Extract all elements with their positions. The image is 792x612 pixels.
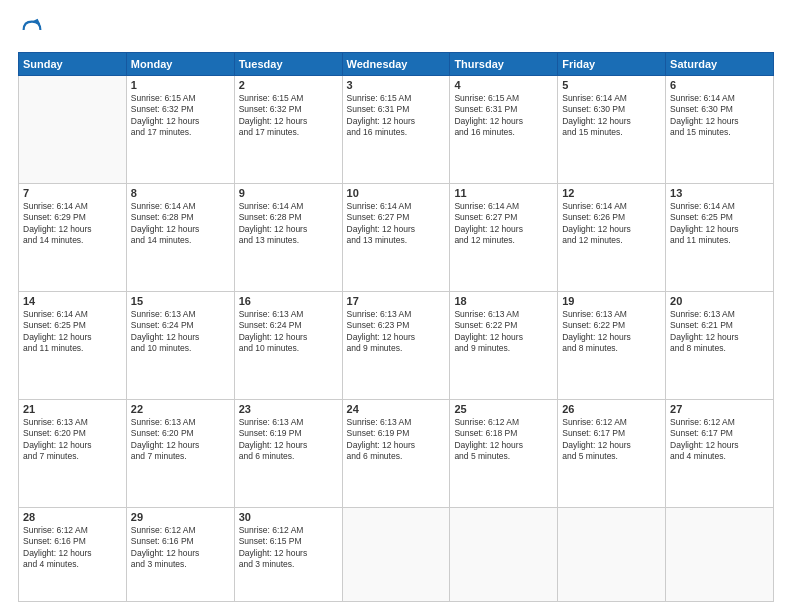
calendar-cell: 24Sunrise: 6:13 AM Sunset: 6:19 PM Dayli…: [342, 399, 450, 507]
calendar-cell: 11Sunrise: 6:14 AM Sunset: 6:27 PM Dayli…: [450, 183, 558, 291]
day-number: 27: [670, 403, 769, 415]
weekday-header-sunday: Sunday: [19, 53, 127, 76]
day-number: 23: [239, 403, 338, 415]
day-number: 16: [239, 295, 338, 307]
day-info: Sunrise: 6:14 AM Sunset: 6:30 PM Dayligh…: [670, 93, 769, 139]
calendar-cell: 21Sunrise: 6:13 AM Sunset: 6:20 PM Dayli…: [19, 399, 127, 507]
day-info: Sunrise: 6:13 AM Sunset: 6:22 PM Dayligh…: [454, 309, 553, 355]
calendar-cell: 22Sunrise: 6:13 AM Sunset: 6:20 PM Dayli…: [126, 399, 234, 507]
day-number: 9: [239, 187, 338, 199]
day-info: Sunrise: 6:14 AM Sunset: 6:25 PM Dayligh…: [670, 201, 769, 247]
day-info: Sunrise: 6:14 AM Sunset: 6:30 PM Dayligh…: [562, 93, 661, 139]
calendar-cell: 15Sunrise: 6:13 AM Sunset: 6:24 PM Dayli…: [126, 291, 234, 399]
weekday-header-tuesday: Tuesday: [234, 53, 342, 76]
calendar-cell: 23Sunrise: 6:13 AM Sunset: 6:19 PM Dayli…: [234, 399, 342, 507]
day-info: Sunrise: 6:15 AM Sunset: 6:31 PM Dayligh…: [347, 93, 446, 139]
calendar-cell: 27Sunrise: 6:12 AM Sunset: 6:17 PM Dayli…: [666, 399, 774, 507]
day-info: Sunrise: 6:14 AM Sunset: 6:28 PM Dayligh…: [131, 201, 230, 247]
day-number: 28: [23, 511, 122, 523]
day-number: 20: [670, 295, 769, 307]
day-number: 3: [347, 79, 446, 91]
calendar-cell: 7Sunrise: 6:14 AM Sunset: 6:29 PM Daylig…: [19, 183, 127, 291]
calendar-table: SundayMondayTuesdayWednesdayThursdayFrid…: [18, 52, 774, 602]
day-info: Sunrise: 6:14 AM Sunset: 6:27 PM Dayligh…: [347, 201, 446, 247]
day-number: 2: [239, 79, 338, 91]
calendar-cell: [450, 507, 558, 601]
calendar-cell: [342, 507, 450, 601]
day-number: 18: [454, 295, 553, 307]
day-info: Sunrise: 6:13 AM Sunset: 6:23 PM Dayligh…: [347, 309, 446, 355]
weekday-header-wednesday: Wednesday: [342, 53, 450, 76]
calendar-cell: 1Sunrise: 6:15 AM Sunset: 6:32 PM Daylig…: [126, 76, 234, 184]
day-number: 30: [239, 511, 338, 523]
day-number: 1: [131, 79, 230, 91]
day-info: Sunrise: 6:12 AM Sunset: 6:17 PM Dayligh…: [562, 417, 661, 463]
calendar-cell: 29Sunrise: 6:12 AM Sunset: 6:16 PM Dayli…: [126, 507, 234, 601]
day-number: 7: [23, 187, 122, 199]
calendar-cell: 2Sunrise: 6:15 AM Sunset: 6:32 PM Daylig…: [234, 76, 342, 184]
weekday-header-friday: Friday: [558, 53, 666, 76]
calendar-cell: 13Sunrise: 6:14 AM Sunset: 6:25 PM Dayli…: [666, 183, 774, 291]
day-info: Sunrise: 6:15 AM Sunset: 6:31 PM Dayligh…: [454, 93, 553, 139]
calendar-cell: 18Sunrise: 6:13 AM Sunset: 6:22 PM Dayli…: [450, 291, 558, 399]
day-number: 14: [23, 295, 122, 307]
day-info: Sunrise: 6:14 AM Sunset: 6:28 PM Dayligh…: [239, 201, 338, 247]
calendar-cell: 19Sunrise: 6:13 AM Sunset: 6:22 PM Dayli…: [558, 291, 666, 399]
calendar-cell: 26Sunrise: 6:12 AM Sunset: 6:17 PM Dayli…: [558, 399, 666, 507]
day-info: Sunrise: 6:14 AM Sunset: 6:29 PM Dayligh…: [23, 201, 122, 247]
calendar-cell: 8Sunrise: 6:14 AM Sunset: 6:28 PM Daylig…: [126, 183, 234, 291]
day-number: 10: [347, 187, 446, 199]
day-number: 25: [454, 403, 553, 415]
day-info: Sunrise: 6:13 AM Sunset: 6:19 PM Dayligh…: [347, 417, 446, 463]
day-number: 19: [562, 295, 661, 307]
day-info: Sunrise: 6:13 AM Sunset: 6:19 PM Dayligh…: [239, 417, 338, 463]
day-info: Sunrise: 6:14 AM Sunset: 6:26 PM Dayligh…: [562, 201, 661, 247]
calendar-cell: 12Sunrise: 6:14 AM Sunset: 6:26 PM Dayli…: [558, 183, 666, 291]
day-number: 29: [131, 511, 230, 523]
calendar-cell: 14Sunrise: 6:14 AM Sunset: 6:25 PM Dayli…: [19, 291, 127, 399]
logo: [18, 16, 50, 44]
day-info: Sunrise: 6:13 AM Sunset: 6:22 PM Dayligh…: [562, 309, 661, 355]
calendar-cell: 10Sunrise: 6:14 AM Sunset: 6:27 PM Dayli…: [342, 183, 450, 291]
day-info: Sunrise: 6:12 AM Sunset: 6:16 PM Dayligh…: [131, 525, 230, 571]
day-info: Sunrise: 6:13 AM Sunset: 6:24 PM Dayligh…: [131, 309, 230, 355]
calendar-cell: [19, 76, 127, 184]
day-number: 24: [347, 403, 446, 415]
calendar-cell: 4Sunrise: 6:15 AM Sunset: 6:31 PM Daylig…: [450, 76, 558, 184]
day-number: 4: [454, 79, 553, 91]
day-info: Sunrise: 6:13 AM Sunset: 6:20 PM Dayligh…: [23, 417, 122, 463]
day-info: Sunrise: 6:13 AM Sunset: 6:20 PM Dayligh…: [131, 417, 230, 463]
logo-icon: [18, 16, 46, 44]
day-number: 17: [347, 295, 446, 307]
calendar-cell: 30Sunrise: 6:12 AM Sunset: 6:15 PM Dayli…: [234, 507, 342, 601]
day-info: Sunrise: 6:15 AM Sunset: 6:32 PM Dayligh…: [131, 93, 230, 139]
day-info: Sunrise: 6:12 AM Sunset: 6:16 PM Dayligh…: [23, 525, 122, 571]
calendar-cell: 6Sunrise: 6:14 AM Sunset: 6:30 PM Daylig…: [666, 76, 774, 184]
calendar-cell: 20Sunrise: 6:13 AM Sunset: 6:21 PM Dayli…: [666, 291, 774, 399]
calendar-cell: 16Sunrise: 6:13 AM Sunset: 6:24 PM Dayli…: [234, 291, 342, 399]
weekday-header-saturday: Saturday: [666, 53, 774, 76]
calendar-cell: 28Sunrise: 6:12 AM Sunset: 6:16 PM Dayli…: [19, 507, 127, 601]
day-info: Sunrise: 6:14 AM Sunset: 6:25 PM Dayligh…: [23, 309, 122, 355]
day-info: Sunrise: 6:13 AM Sunset: 6:21 PM Dayligh…: [670, 309, 769, 355]
day-info: Sunrise: 6:14 AM Sunset: 6:27 PM Dayligh…: [454, 201, 553, 247]
day-number: 12: [562, 187, 661, 199]
day-info: Sunrise: 6:15 AM Sunset: 6:32 PM Dayligh…: [239, 93, 338, 139]
day-number: 26: [562, 403, 661, 415]
calendar-cell: 9Sunrise: 6:14 AM Sunset: 6:28 PM Daylig…: [234, 183, 342, 291]
weekday-header-monday: Monday: [126, 53, 234, 76]
calendar-cell: 3Sunrise: 6:15 AM Sunset: 6:31 PM Daylig…: [342, 76, 450, 184]
day-info: Sunrise: 6:12 AM Sunset: 6:15 PM Dayligh…: [239, 525, 338, 571]
day-number: 22: [131, 403, 230, 415]
day-number: 21: [23, 403, 122, 415]
day-info: Sunrise: 6:13 AM Sunset: 6:24 PM Dayligh…: [239, 309, 338, 355]
day-number: 6: [670, 79, 769, 91]
day-number: 5: [562, 79, 661, 91]
day-info: Sunrise: 6:12 AM Sunset: 6:17 PM Dayligh…: [670, 417, 769, 463]
calendar-cell: 17Sunrise: 6:13 AM Sunset: 6:23 PM Dayli…: [342, 291, 450, 399]
calendar-cell: 5Sunrise: 6:14 AM Sunset: 6:30 PM Daylig…: [558, 76, 666, 184]
calendar-cell: 25Sunrise: 6:12 AM Sunset: 6:18 PM Dayli…: [450, 399, 558, 507]
day-number: 15: [131, 295, 230, 307]
day-number: 13: [670, 187, 769, 199]
day-number: 8: [131, 187, 230, 199]
